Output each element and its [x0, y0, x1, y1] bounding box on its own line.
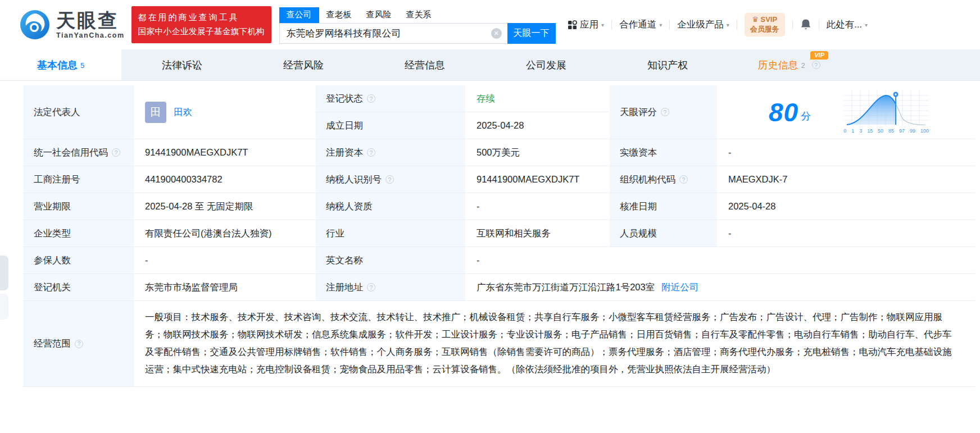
business-scope-label: 经营范围? [22, 301, 135, 387]
help-icon[interactable]: ? [812, 61, 820, 69]
score-value[interactable]: 80 分 [718, 85, 975, 139]
paid-capital-label: 实缴资本 [609, 139, 718, 166]
tab-operating-info[interactable]: 经营信息 [364, 49, 486, 80]
tab-legal[interactable]: 法律诉讼 [121, 49, 243, 80]
reg-address-value: 广东省东莞市万江街道万江沿江路1号203室 附近公司 [466, 274, 975, 301]
tab-legal-label: 法律诉讼 [162, 58, 202, 72]
side-widget-handle[interactable] [0, 256, 8, 290]
nav-apps-label: 应用 [580, 19, 598, 31]
reg-number-value: 441900400334782 [135, 166, 315, 193]
help-icon[interactable]: ? [367, 148, 375, 157]
search-tab-relation[interactable]: 查关系 [399, 7, 439, 23]
nav-enterprise-products[interactable]: 企业级产品 ▾ [677, 19, 729, 31]
tianyancha-logo[interactable]: 天眼查 TianYanCha.com [19, 9, 125, 40]
help-icon[interactable]: ? [367, 94, 375, 103]
credit-code-value: 91441900MAEGXDJK7T [135, 139, 315, 166]
reg-status-value: 存续 [466, 85, 609, 112]
grid-icon [568, 20, 577, 30]
credit-code-label: 统一社会信用代码? [22, 139, 135, 166]
chevron-down-icon: ▾ [865, 22, 868, 28]
tab-basic-info[interactable]: 基本信息 5 [0, 49, 121, 80]
score-label: 天眼评分? [609, 85, 718, 139]
tab-history-label: 历史信息 [757, 58, 798, 72]
est-date-label: 成立日期 [315, 112, 466, 139]
empty-cell [609, 247, 975, 274]
search-input[interactable] [279, 23, 507, 44]
help-icon[interactable]: ? [661, 108, 669, 116]
logo-title: 天眼查 [56, 11, 125, 30]
company-type-value: 有限责任公司(港澳台法人独资) [135, 220, 315, 247]
reg-authority-label: 登记机关 [22, 274, 135, 301]
staff-size-value: - [718, 220, 975, 247]
promo-badge: 都在用的商业查询工具 国家中小企业发展子基金旗下机构 [131, 6, 271, 43]
business-scope-text: 一般项目：技术服务、技术开发、技术咨询、技术交流、技术转让、技术推广；机械设备租… [135, 301, 975, 387]
nav-apps[interactable]: 应用 ▾ [568, 19, 604, 31]
nav-account-label: 此处有... [827, 19, 862, 31]
avatar[interactable]: 田 [145, 102, 166, 123]
chevron-down-icon: ▾ [601, 22, 604, 28]
chevron-down-icon: ▾ [727, 22, 729, 28]
divider [737, 20, 737, 30]
promo-line2: 国家中小企业发展子基金旗下机构 [138, 25, 265, 39]
approval-date-label: 核准日期 [609, 193, 718, 220]
bell-icon[interactable] [800, 19, 811, 31]
reg-authority-value: 东莞市市场监督管理局 [135, 274, 315, 301]
svip-member-badge[interactable]: ♛ SVIP 会员服务 [745, 13, 785, 37]
help-icon[interactable]: ? [367, 283, 375, 291]
search-tab-company[interactable]: 查公司 [279, 7, 319, 23]
staff-size-label: 人员规模 [609, 220, 718, 247]
help-icon[interactable]: ? [75, 340, 83, 348]
tab-history-count: 2 [801, 61, 805, 70]
tab-development-label: 公司发展 [526, 58, 566, 72]
business-term-label: 营业期限 [22, 193, 135, 220]
org-code-value: MAEGXDJK-7 [718, 166, 975, 193]
legal-rep-name-link[interactable]: 田欢 [174, 106, 192, 118]
approval-date-value: 2025-04-28 [718, 193, 975, 220]
legal-rep-value: 田 田欢 [135, 85, 315, 139]
help-icon[interactable]: ? [112, 148, 120, 157]
chevron-down-icon: ▾ [659, 22, 662, 28]
help-icon[interactable]: ? [679, 175, 688, 184]
taxpayer-quality-label: 纳税人资质 [315, 193, 466, 220]
tianyancha-logo-icon [19, 9, 51, 40]
crown-icon: ♛ [752, 15, 759, 24]
side-widget-handle-secondary[interactable] [0, 294, 8, 320]
reg-number-label: 工商注册号 [22, 166, 135, 193]
business-term-value: 2025-04-28 至 无固定期限 [135, 193, 315, 220]
score-distribution-chart: 0131550859799100 [843, 90, 929, 134]
tab-basic-label: 基本信息 [37, 58, 78, 72]
svip-line2: 会员服务 [750, 25, 779, 34]
divider [792, 20, 793, 30]
search-button[interactable]: 天眼一下 [507, 23, 556, 44]
nav-account-menu[interactable]: 此处有... ▾ [827, 19, 868, 31]
company-type-label: 企业类型 [22, 220, 135, 247]
nav-cooperation[interactable]: 合作通道 ▾ [619, 19, 662, 31]
industry-label: 行业 [315, 220, 466, 247]
clear-icon[interactable]: ✕ [491, 28, 502, 39]
taxpayer-id-label: 纳税人识别号? [315, 166, 466, 193]
vip-badge: VIP [810, 51, 828, 60]
tab-history-info[interactable]: VIP 历史信息 2 ? [728, 49, 850, 80]
tab-operating-risk[interactable]: 经营风险 [243, 49, 364, 80]
reg-address-label: 注册地址? [315, 274, 466, 301]
tab-company-development[interactable]: 公司发展 [486, 49, 607, 80]
tab-ip-label: 知识产权 [647, 58, 688, 72]
english-name-label: 英文名称 [315, 247, 466, 274]
nearby-companies-link[interactable]: 附近公司 [661, 281, 698, 294]
taxpayer-id-value: 91441900MAEGXDJK7T [466, 166, 609, 193]
basic-info-table: 法定代表人 田 田欢 登记状态? 存续 成立日期 2025-04-28 天眼评分… [22, 85, 975, 387]
search-tab-boss[interactable]: 查老板 [319, 7, 359, 23]
nav-cooperation-label: 合作通道 [619, 19, 656, 31]
help-icon[interactable]: ? [385, 175, 394, 184]
svip-line1: SVIP [761, 15, 778, 24]
divider [819, 20, 819, 30]
search-tab-risk[interactable]: 查风险 [359, 7, 399, 23]
tab-risk-label: 经营风险 [283, 58, 324, 72]
tab-intellectual-property[interactable]: 知识产权 [607, 49, 728, 80]
tab-operation-label: 经营信息 [405, 58, 445, 72]
tab-basic-count: 5 [80, 61, 84, 70]
logo-domain: TianYanCha.com [56, 32, 125, 39]
est-date-value: 2025-04-28 [466, 112, 609, 139]
insured-count-value: - [135, 247, 315, 274]
search-tabs: 查公司 查老板 查风险 查关系 [279, 7, 556, 23]
